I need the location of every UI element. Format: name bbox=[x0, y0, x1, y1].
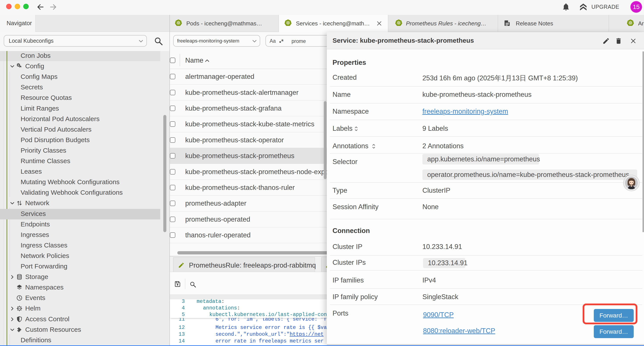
svg-text:HELM: HELM bbox=[17, 308, 22, 310]
